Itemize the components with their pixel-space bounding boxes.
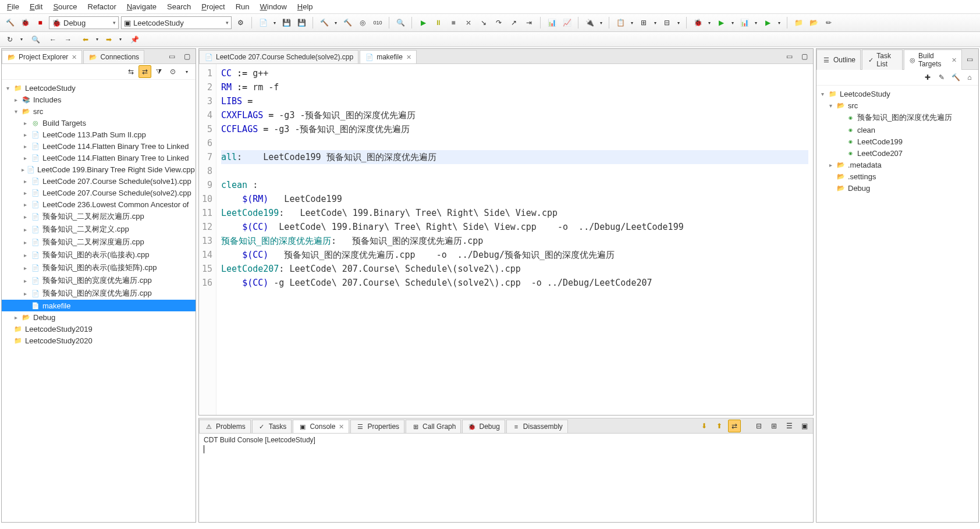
tab-task-list[interactable]: ✓Task List [862,49,903,70]
tab-disassembly[interactable]: ≡Disassembly [506,420,568,433]
back-icon[interactable]: ⬅ [79,33,92,46]
dd-icon[interactable]: ▾ [19,33,24,46]
tree-item[interactable]: ▸📄预备知识_图的表示(临接表).cpp [2,248,196,261]
dd-icon[interactable]: ▾ [272,16,278,29]
tree-item[interactable]: ▸📄LeetCode 114.Flatten Binary Tree to Li… [2,152,196,164]
target-item[interactable]: ◉预备知识_图的深度优先遍历 [816,111,978,124]
profile-icon[interactable]: 📊 [545,16,558,29]
dd-icon[interactable]: ▾ [676,16,681,29]
debug-config-dropdown[interactable]: 🐞 Debug ▾ [49,16,119,29]
menu-source[interactable]: Source [53,2,77,11]
tree-item[interactable]: ▾📁LeetcodeStudy [2,82,196,94]
new-icon[interactable]: 📄 [257,16,269,29]
console-menu-icon[interactable]: ▣ [798,420,811,432]
tree-item[interactable]: ▸📚Includes [2,94,196,105]
perspective-icon[interactable]: ⊞ [637,16,650,29]
tree-item[interactable]: ▸📄LeetCode 199.Binary Tree Right Side Vi… [2,164,196,175]
suspend-icon[interactable]: ⏸ [432,16,445,29]
tree-item[interactable]: ▸📄预备知识_图的深度优先遍历.cpp [2,287,196,300]
target-item[interactable]: ▸📂.metadata [816,159,978,171]
display-icon[interactable]: ⊞ [768,420,780,432]
build-all-icon[interactable]: 🔨 [341,16,354,29]
wand-icon[interactable]: ✏ [822,16,835,29]
add-target-icon[interactable]: ✚ [921,71,934,84]
tab-problems[interactable]: ⚠Problems [199,420,251,433]
perspective2-icon[interactable]: ⊟ [661,16,673,29]
tree-item[interactable]: ▸📄LeetCode 236.Lowest Common Ancestor of [2,198,196,210]
editor-tab[interactable]: 📄makefile ✕ [360,50,417,63]
open-type-icon[interactable]: 🔍 [394,16,407,29]
link-icon[interactable]: ⇄ [139,65,151,78]
menu-run[interactable]: Run [236,2,250,11]
tree-item[interactable]: ▸📄LeetCode 207.Course Schedule(solve2).c… [2,187,196,198]
tree-item[interactable]: ▸📄LeetCode 207.Course Schedule(solve1).c… [2,175,196,187]
edit-target-icon[interactable]: ✎ [935,71,948,84]
code-area[interactable]: CC := g++RM := rm -fLIBS =CXXFLAGS = -g3… [216,64,813,415]
target-item[interactable]: ◉LeetCode199 [816,136,978,147]
tree-item[interactable]: ▸📄预备知识_图的表示(临接矩阵).cpp [2,261,196,274]
prev-icon[interactable]: ← [47,33,59,46]
minimize-icon[interactable]: ▭ [165,50,178,63]
close-icon[interactable]: ✕ [406,54,411,61]
dd-icon[interactable]: ▾ [118,33,123,46]
coverage-icon[interactable]: 📊 [738,16,751,29]
tree-item[interactable]: ▸📄预备知识_图的宽度优先遍历.cpp [2,274,196,287]
close-icon[interactable]: ✕ [72,54,77,61]
stepreturn-icon[interactable]: ↗ [507,16,520,29]
stepinto-icon[interactable]: ↘ [477,16,490,29]
tree-item[interactable]: ▸📄预备知识_二叉树层次遍历.cpp [2,210,196,223]
tree-item[interactable]: ▸📄LeetCode 113.Path Sum II.cpp [2,129,196,140]
menu-search[interactable]: Search [167,2,191,11]
tab-tasks[interactable]: ✓Tasks [252,420,292,433]
tree-item[interactable]: 📁LeetcodeStudy2019 [2,323,196,335]
project-tree[interactable]: ▾📁LeetcodeStudy▸📚Includes▾📂src▸◎Build Ta… [2,80,196,522]
dd-icon[interactable]: ▾ [629,16,635,29]
tab-call-graph[interactable]: ⊞Call Graph [406,420,461,433]
down-icon[interactable]: ⬇ [698,420,711,432]
tab-debug[interactable]: 🐞Debug [462,420,505,433]
menu-refactor[interactable]: Refactor [88,2,116,11]
close-icon[interactable]: ✕ [951,56,957,64]
debug-icon[interactable]: 🐞 [19,16,31,29]
code-editor[interactable]: 12345678910111213141516 CC := g++RM := r… [199,64,813,415]
run-icon[interactable]: ▶ [715,16,727,29]
dd-icon[interactable]: ▾ [753,16,759,29]
menu-edit[interactable]: Edit [30,2,42,11]
maximize-icon[interactable]: ▢ [180,50,193,63]
dd-icon[interactable]: ▾ [598,16,604,29]
tab-build-targets[interactable]: ◎Build Targets ✕ [904,49,962,70]
tree-item[interactable]: ▸📂Debug [2,311,196,323]
launch-config-dropdown[interactable]: ▣ LeetcodeStudy ▾ [121,16,232,29]
target-item[interactable]: 📂.settings [816,171,978,182]
terminate-icon[interactable]: ■ [447,16,460,29]
target-item[interactable]: ◉clean [816,124,978,136]
tab-console[interactable]: ▣Console ✕ [293,420,349,433]
focus-icon[interactable]: ⊙ [166,65,179,78]
up-icon[interactable]: ⬆ [713,420,726,432]
folder-icon[interactable]: 📁 [792,16,805,29]
restart-icon[interactable]: ↻ [3,33,16,46]
maximize-icon[interactable]: ▢ [798,50,811,63]
build-targets-tree[interactable]: ▾📁LeetcodeStudy▾📂src◉预备知识_图的深度优先遍历◉clean… [816,86,978,522]
filter-icon[interactable]: ⧩ [152,65,165,78]
forward-icon[interactable]: ➡ [102,33,115,46]
menu-project[interactable]: Project [201,2,225,11]
dd-icon[interactable]: ▾ [94,33,100,46]
scroll-lock-icon[interactable]: ⇄ [728,420,741,432]
next-icon[interactable]: → [62,33,74,46]
dd-icon[interactable]: ▾ [776,16,782,29]
menu-window[interactable]: Window [260,2,287,11]
tree-item[interactable]: 📄makefile [2,300,196,311]
collapse-icon[interactable]: ⇆ [125,65,137,78]
hammer-icon[interactable]: 🔨 [3,16,16,29]
binary-icon[interactable]: 010 [371,16,384,29]
dd-icon[interactable]: ▾ [652,16,658,29]
newconn-icon[interactable]: 🔌 [583,16,596,29]
minimize-icon[interactable]: ▭ [783,50,796,63]
target-item[interactable]: ▾📂src [816,100,978,111]
tab-outline[interactable]: ☰Outline [816,49,861,70]
editor-tab[interactable]: 📄LeetCode 207.Course Schedule(solve2).cp… [199,50,358,63]
pin-console-icon[interactable]: ☰ [783,420,796,432]
ext-run-icon[interactable]: ▶ [761,16,774,29]
pin-icon[interactable]: 📌 [128,33,141,46]
